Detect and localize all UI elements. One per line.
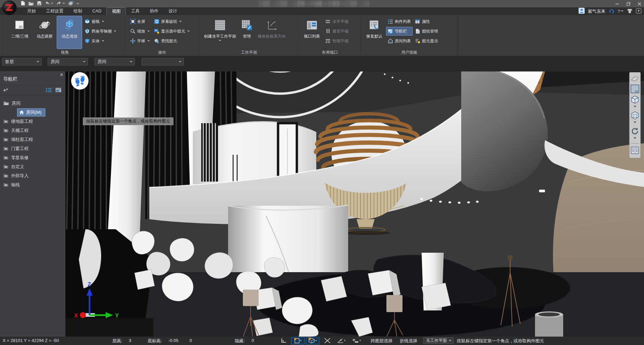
panel-close-icon[interactable]: ✕	[60, 72, 63, 77]
button-viewport-list[interactable]: 视口列表	[301, 16, 323, 49]
floor-combo[interactable]: 首层	[2, 58, 42, 65]
button-create-horizontal-workplane[interactable]: 创建水平工作平面	[202, 16, 238, 49]
cross-layer-select-button[interactable]: 跨图层选择	[371, 338, 392, 344]
tree-node-door-window-works[interactable]: 门窗工程	[0, 144, 65, 153]
tree-node-floor-works[interactable]: 楼地面工程	[0, 117, 65, 126]
category-combo[interactable]: 房间	[48, 58, 88, 65]
support-headset-icon[interactable]	[609, 8, 614, 14]
floor-height-label: 层高:	[112, 338, 122, 344]
user-name[interactable]: 紫气东来	[588, 8, 605, 14]
angle-snap-button[interactable]	[335, 337, 348, 344]
button-component-list[interactable]: 构件列表	[386, 17, 412, 26]
increment-snap-button[interactable]	[350, 337, 364, 344]
button-vertical-tile: 垂直平铺	[324, 27, 350, 35]
button-label: 缩放	[137, 29, 145, 34]
button-navigation-panel[interactable]: 导航栏	[386, 27, 412, 35]
viewport-tooltip: 按鼠标左键指定第一个角点，或拾取构件图元	[83, 117, 173, 125]
tree-node-label: 轴线	[11, 182, 20, 188]
tree-node-misc-decoration[interactable]: 零星装修	[0, 153, 65, 162]
polyline-select-button[interactable]: 折线选择	[400, 338, 417, 344]
theme-shirt-icon[interactable]	[627, 8, 633, 14]
snap-3d-button[interactable]	[306, 337, 319, 344]
view-cube-dropdown-caret[interactable]	[634, 106, 636, 109]
tab-draw[interactable]: 绘制	[68, 7, 87, 15]
walkthrough-cursor-badge	[71, 72, 89, 90]
crosshair-x-button[interactable]	[321, 337, 334, 344]
2d-view-button[interactable]: 2D	[630, 84, 640, 94]
create-workplane-caret[interactable]	[219, 40, 221, 43]
list-view-icon[interactable]	[46, 88, 52, 93]
tree-node-label: 房间(M)	[26, 109, 42, 115]
folder-plus-icon	[3, 119, 8, 124]
tab-tools[interactable]: 工具	[126, 7, 145, 15]
button-top-view[interactable]: 俯视	[83, 17, 118, 26]
attribute-combo[interactable]	[142, 58, 184, 65]
tree-node-external-import[interactable]: 外部导入	[0, 171, 65, 180]
tab-design[interactable]: 设计	[163, 7, 182, 15]
status-message: 按鼠标左键指定第一个角点，或拾取构件图元	[457, 338, 544, 344]
tab-project-settings[interactable]: 工程设置	[41, 7, 68, 15]
view-cube-button[interactable]	[630, 95, 640, 105]
button-workplane-manage[interactable]: 管理	[238, 16, 256, 49]
button-zoom[interactable]: 缩放	[129, 27, 151, 35]
selected-tree-chip[interactable]: 房间(M)	[17, 109, 45, 116]
menu-bar: 开始 工程设置 绘制 CAD 视图 工具 协作 设计	[0, 7, 644, 15]
tree-node-room-root[interactable]: 房间	[0, 99, 65, 108]
tree-node-axis-lines[interactable]: 轴线	[0, 180, 65, 189]
type-combo[interactable]: 房间	[95, 58, 135, 65]
help-button[interactable]: ?	[618, 9, 624, 14]
button-show-selected[interactable]: 显示选中图元	[153, 27, 191, 35]
3d-viewport[interactable]: Z Y X 按鼠标左	[65, 71, 644, 337]
tree-node-label: 房间	[12, 100, 20, 106]
rotate-view-dropdown-caret[interactable]	[634, 137, 636, 140]
tree-node-room-selected[interactable]: 房间(M)	[0, 108, 65, 117]
tab-collaborate[interactable]: 协作	[145, 7, 163, 15]
button-element-display[interactable]: 图元显示	[414, 37, 439, 45]
publish-window-icon[interactable]	[636, 8, 641, 14]
tree-node-custom[interactable]: 自定义	[0, 162, 65, 171]
button-room-list[interactable]: 房间列表	[386, 37, 412, 45]
tree-node-wall-column-works[interactable]: 墙柱面工程	[0, 135, 65, 144]
view-box-button[interactable]	[630, 110, 640, 120]
tree-node-ceiling-works[interactable]: 天棚工程	[0, 126, 65, 135]
find-element-icon	[154, 38, 159, 44]
tab-view[interactable]: 视图	[106, 7, 126, 15]
button-restore-default[interactable]: 恢复默认	[364, 16, 385, 49]
rotate-view-button[interactable]	[630, 126, 640, 136]
button-find-element[interactable]: 查找图元	[153, 37, 191, 45]
ribbon-group-view-angle: 2D 二维/三维 动态观察 动态漫游	[5, 15, 125, 56]
orbit-tool-button[interactable]	[630, 75, 640, 83]
button-2d-3d[interactable]: 2D 二维/三维	[7, 16, 32, 49]
snap-2d-button[interactable]	[291, 337, 305, 344]
restore-button[interactable]	[627, 2, 630, 6]
button-walkthrough[interactable]: 动态漫游	[57, 16, 82, 49]
vertical-tile-icon	[325, 29, 331, 34]
tab-cad[interactable]: CAD	[87, 7, 106, 15]
user-avatar[interactable]	[579, 8, 585, 15]
footprints-icon	[74, 76, 86, 86]
minimize-button[interactable]	[615, 2, 619, 6]
button-drawing-manage[interactable]: 图纸管理	[414, 27, 439, 35]
ribbon: 2D 二维/三维 动态观察 动态漫游	[0, 15, 644, 56]
ortho-mode-button[interactable]	[277, 337, 290, 344]
add-favorite-icon[interactable]	[3, 88, 9, 93]
button-solid-style[interactable]: 实体	[83, 37, 118, 45]
button-screen-rotate[interactable]: 屏幕旋转	[153, 17, 191, 26]
display-settings-button[interactable]	[630, 146, 640, 155]
button-label: 构件列表	[395, 19, 411, 24]
button-orbit[interactable]: 动态观察	[32, 16, 57, 49]
button-properties[interactable]: 属性	[414, 17, 439, 26]
view-box-dropdown-caret[interactable]	[634, 121, 636, 125]
tab-start[interactable]: 开始	[22, 7, 41, 15]
workplane-combo[interactable]: 无工作平面	[423, 337, 453, 344]
group-label-layout-viewport: 布局视口	[301, 49, 359, 56]
panel-title: 导航栏	[0, 72, 65, 85]
panel-layout-icon[interactable]	[55, 88, 62, 93]
button-label: 动态漫游	[61, 34, 77, 39]
close-button[interactable]	[638, 2, 641, 6]
button-sw-isometric[interactable]: 西南等轴侧	[83, 27, 118, 35]
button-full-screen[interactable]: 全屏	[129, 17, 151, 26]
app-logo[interactable]	[2, 0, 17, 15]
button-pan[interactable]: 平移	[129, 37, 151, 45]
title-bar: 广联达BIM装饰设计 2021	[0, 0, 644, 7]
